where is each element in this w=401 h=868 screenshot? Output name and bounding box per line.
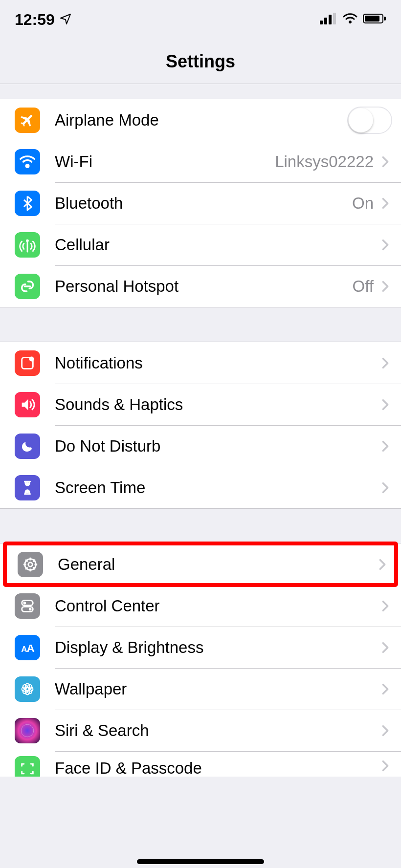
row-do-not-disturb[interactable]: Do Not Disturb bbox=[0, 425, 401, 467]
cellular-signal-icon bbox=[320, 13, 337, 26]
section-gap bbox=[0, 509, 401, 543]
hotspot-icon bbox=[15, 274, 40, 299]
row-detail: On bbox=[352, 194, 374, 213]
row-cellular[interactable]: Cellular bbox=[0, 224, 401, 265]
row-general-highlighted: General bbox=[3, 542, 398, 587]
row-detail: Off bbox=[353, 277, 374, 296]
row-label: Wallpaper bbox=[55, 680, 379, 698]
svg-point-8 bbox=[26, 239, 29, 242]
row-personal-hotspot[interactable]: Personal Hotspot Off bbox=[0, 265, 401, 307]
row-label: Face ID & Passcode bbox=[55, 759, 379, 777]
display-icon: AA bbox=[15, 635, 40, 660]
row-sounds-haptics[interactable]: Sounds & Haptics bbox=[0, 384, 401, 425]
row-label: Notifications bbox=[55, 354, 379, 372]
chevron-right-icon bbox=[379, 196, 392, 210]
chevron-right-icon bbox=[379, 724, 392, 738]
svg-point-12 bbox=[28, 562, 33, 566]
chevron-right-icon bbox=[379, 280, 392, 293]
row-airplane-mode[interactable]: Airplane Mode bbox=[0, 99, 401, 141]
wifi-icon bbox=[342, 13, 358, 26]
section-gap bbox=[0, 84, 401, 99]
row-label: Control Center bbox=[55, 597, 379, 615]
chevron-right-icon bbox=[379, 641, 392, 654]
row-label: Do Not Disturb bbox=[55, 437, 379, 456]
svg-rect-1 bbox=[324, 18, 327, 24]
svg-rect-6 bbox=[384, 17, 386, 21]
row-label: Screen Time bbox=[55, 478, 379, 497]
settings-group-connectivity: Airplane Mode Wi-Fi Linksys02222 Bluetoo… bbox=[0, 99, 401, 307]
nav-bar: Settings bbox=[0, 39, 401, 84]
row-label: Siri & Search bbox=[55, 721, 379, 740]
row-bluetooth[interactable]: Bluetooth On bbox=[0, 182, 401, 224]
row-label: Sounds & Haptics bbox=[55, 395, 379, 414]
switch-knob bbox=[349, 108, 373, 132]
status-bar: 12:59 bbox=[0, 0, 401, 39]
status-left: 12:59 bbox=[15, 11, 71, 29]
bluetooth-icon bbox=[15, 191, 40, 216]
dnd-icon bbox=[15, 434, 40, 459]
status-right bbox=[320, 13, 386, 26]
row-detail: Linksys02222 bbox=[275, 152, 374, 171]
screentime-icon bbox=[15, 475, 40, 500]
chevron-right-icon bbox=[376, 558, 389, 571]
row-wifi[interactable]: Wi-Fi Linksys02222 bbox=[0, 141, 401, 182]
row-label: Personal Hotspot bbox=[55, 277, 353, 296]
row-general[interactable]: General bbox=[7, 545, 394, 583]
siri-icon bbox=[15, 718, 40, 743]
row-face-id-passcode[interactable]: Face ID & Passcode bbox=[0, 751, 401, 777]
chevron-right-icon bbox=[379, 155, 392, 169]
chevron-right-icon bbox=[379, 682, 392, 696]
svg-point-14 bbox=[23, 601, 26, 604]
sounds-icon bbox=[15, 392, 40, 417]
svg-point-10 bbox=[29, 356, 34, 361]
row-label: Wi-Fi bbox=[55, 152, 275, 171]
svg-rect-2 bbox=[329, 15, 332, 24]
svg-point-28 bbox=[21, 724, 34, 737]
row-label: Bluetooth bbox=[55, 194, 352, 213]
airplane-icon bbox=[15, 108, 40, 133]
chevron-right-icon bbox=[379, 599, 392, 613]
notifications-icon bbox=[15, 350, 40, 376]
page-title: Settings bbox=[166, 51, 235, 72]
settings-group-notifications: Notifications Sounds & Haptics Do Not Di… bbox=[0, 342, 401, 509]
svg-rect-5 bbox=[365, 16, 379, 22]
airplane-mode-switch[interactable] bbox=[347, 107, 392, 134]
wifi-settings-icon bbox=[15, 149, 40, 174]
row-screen-time[interactable]: Screen Time bbox=[0, 467, 401, 508]
section-gap bbox=[0, 307, 401, 342]
location-icon bbox=[60, 11, 71, 29]
row-wallpaper[interactable]: Wallpaper bbox=[0, 668, 401, 710]
chevron-right-icon bbox=[379, 238, 392, 252]
row-control-center[interactable]: Control Center bbox=[0, 585, 401, 627]
chevron-right-icon bbox=[379, 759, 392, 773]
svg-rect-0 bbox=[320, 21, 323, 24]
row-display-brightness[interactable]: AA Display & Brightness bbox=[0, 627, 401, 668]
svg-point-16 bbox=[29, 608, 32, 610]
cellular-icon bbox=[15, 232, 40, 258]
svg-text:A: A bbox=[27, 641, 35, 654]
row-label: General bbox=[58, 555, 376, 574]
chevron-right-icon bbox=[379, 398, 392, 412]
home-indicator[interactable] bbox=[137, 859, 264, 864]
svg-point-7 bbox=[26, 164, 29, 167]
row-label: Display & Brightness bbox=[55, 638, 379, 657]
control-center-icon bbox=[15, 593, 40, 619]
settings-group-general: General Control Center AA Display & Brig… bbox=[0, 543, 401, 777]
row-label: Cellular bbox=[55, 236, 379, 254]
chevron-right-icon bbox=[379, 439, 392, 453]
svg-rect-3 bbox=[333, 13, 336, 24]
row-notifications[interactable]: Notifications bbox=[0, 342, 401, 384]
chevron-right-icon bbox=[379, 356, 392, 370]
general-icon bbox=[18, 552, 43, 577]
wallpaper-icon bbox=[15, 676, 40, 702]
chevron-right-icon bbox=[379, 481, 392, 495]
row-label: Airplane Mode bbox=[55, 111, 347, 130]
status-time: 12:59 bbox=[15, 11, 55, 29]
battery-icon bbox=[363, 13, 386, 26]
row-siri-search[interactable]: Siri & Search bbox=[0, 710, 401, 751]
faceid-icon bbox=[15, 756, 40, 777]
